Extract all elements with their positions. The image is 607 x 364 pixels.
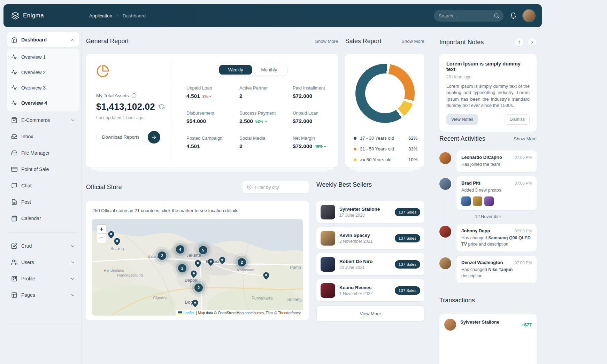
map-cluster-marker[interactable]: 4	[176, 245, 184, 254]
map-city-label: Subang	[287, 297, 301, 302]
breadcrumb-application[interactable]: Application	[89, 13, 112, 18]
map-marker-pin[interactable]	[207, 258, 215, 267]
sidebar-item-profile[interactable]: Profile	[7, 271, 79, 286]
map-marker-pin[interactable]	[219, 256, 226, 265]
sidebar-item-ecommerce[interactable]: E-Commerce	[7, 113, 79, 128]
zoom-in-button[interactable]: +	[97, 225, 106, 234]
best-sellers-list: Sylvester Stallone 17 June 2020 137 Sale…	[316, 201, 424, 305]
map-city-label: Karawang	[237, 268, 254, 272]
sidebar-item-label: Overview 3	[21, 85, 46, 91]
stat-change-badge: 52%	[255, 119, 268, 123]
sidebar-item-dashboard[interactable]: Dashboard	[7, 32, 79, 47]
note-body: Lorem Ipsum is simply dummy text of the …	[446, 83, 530, 109]
filter-by-city-box	[243, 181, 309, 193]
sidebar-item-point-of-sale[interactable]: Point of Sale	[7, 162, 79, 177]
sidebar-item-chat[interactable]: Chat	[7, 178, 79, 193]
store-map[interactable]: Serang Pandeglang Rangkasbitung Balaraja…	[92, 219, 303, 316]
map-city-label: Rangkasbitung	[117, 273, 143, 277]
sidebar-item-overview-1[interactable]: Overview 1	[7, 49, 79, 65]
breadcrumb-current: Dashboard	[123, 13, 146, 18]
sidebar-item-label: Pages	[21, 292, 35, 298]
view-more-button[interactable]: View More	[316, 305, 424, 322]
stat-change-badge: 2%	[202, 94, 213, 98]
stat-unpaid-loan-2: Unpaid Loan $72.000	[293, 110, 341, 135]
sidebar-item-calendar[interactable]: Calendar	[7, 211, 79, 226]
leaflet-link[interactable]: Leaflet	[183, 311, 194, 315]
notes-next-button[interactable]	[528, 38, 537, 47]
sidebar-item-crud[interactable]: Crud	[7, 238, 79, 254]
map-marker-pin[interactable]	[192, 299, 199, 308]
map-cluster-marker[interactable]: 2	[158, 251, 166, 260]
filter-city-input[interactable]	[255, 185, 305, 190]
info-icon[interactable]	[131, 93, 137, 98]
activities-show-more[interactable]: Show More	[514, 136, 537, 141]
activity-avatar	[439, 226, 451, 238]
period-toggle: Weekly Monthly	[218, 64, 287, 76]
map-cluster-marker[interactable]: 5	[199, 246, 207, 254]
general-report-show-more[interactable]: Show More	[315, 39, 338, 44]
stat-disbursement: Disbursement $54.000	[186, 110, 239, 135]
section-title: Important Notes	[439, 39, 484, 46]
map-marker-pin[interactable]	[114, 237, 121, 246]
sidebar-item-post[interactable]: Post	[7, 194, 79, 210]
message-icon	[11, 183, 17, 189]
sales-badge: 137 Sales	[395, 208, 420, 216]
official-store-header: Official Store	[86, 181, 309, 193]
general-report-card: My Total Assets $1,413,102.02 Last updat…	[86, 54, 338, 167]
map-cluster-marker[interactable]: 2	[178, 264, 186, 272]
activity-item: Johnny Depp 07:00 PM Has changed Samsung…	[439, 224, 537, 251]
sidebar-item-inbox[interactable]: Inbox	[7, 129, 79, 144]
inbox-icon	[11, 133, 17, 140]
sidebar-item-label: Overview 2	[21, 70, 46, 75]
stat-net-margin: Net Margin $72.000 49%	[293, 135, 341, 161]
map-city-label: Depok	[185, 278, 198, 283]
notes-prev-button[interactable]	[515, 38, 524, 47]
monthly-toggle-button[interactable]: Monthly	[252, 65, 286, 75]
sidebar-item-file-manager[interactable]: File Manager	[7, 145, 79, 161]
map-cluster-marker[interactable]: 2	[238, 258, 246, 266]
weekly-toggle-button[interactable]: Weekly	[219, 65, 252, 75]
search-icon[interactable]	[494, 13, 499, 18]
map-marker-pin[interactable]	[190, 270, 198, 279]
map-city-label: Pandeglang	[104, 268, 124, 272]
map-marker-pin[interactable]	[263, 271, 270, 280]
topbar-actions	[434, 10, 535, 22]
sidebar-item-label: Point of Sale	[21, 166, 49, 172]
sidebar-item-users[interactable]: Users	[7, 255, 79, 270]
download-reports-button[interactable]: Download Reports	[96, 131, 155, 143]
vertical-divider	[171, 60, 171, 161]
chevron-down-icon	[70, 276, 75, 281]
refresh-icon[interactable]	[159, 104, 164, 110]
download-arrow-button[interactable]	[148, 131, 160, 144]
section-title: Weekly Best Sellers	[316, 181, 372, 188]
best-sellers-header: Weekly Best Sellers	[316, 181, 424, 188]
sidebar-item-label: Inbox	[21, 134, 33, 139]
general-report-header: General Report Show More	[86, 38, 338, 45]
activity-icon	[11, 100, 17, 106]
dismiss-button[interactable]: Dismiss	[505, 114, 530, 125]
map-city-label: Purwakarta	[252, 296, 273, 301]
sidebar-item-overview-3[interactable]: Overview 3	[7, 80, 79, 95]
section-title: Sales Report	[345, 38, 382, 45]
user-avatar[interactable]	[523, 10, 535, 22]
sidebar-item-overview-4[interactable]: Overview 4	[7, 95, 79, 111]
map-cluster-marker[interactable]: 2	[194, 284, 203, 292]
sales-report-show-more[interactable]: Show More	[401, 39, 424, 44]
notifications-bell-icon[interactable]	[510, 12, 517, 19]
attribution-text: | Map data © OpenStreetMap contributors,…	[196, 311, 301, 315]
brand-logo[interactable]: Enigma	[11, 11, 44, 20]
store-description: 250 Official stores in 21 countries, cli…	[92, 208, 239, 213]
sidebar-item-overview-2[interactable]: Overview 2	[7, 65, 79, 80]
important-notes-header: Important Notes	[439, 38, 537, 47]
edit-icon	[11, 243, 17, 249]
view-notes-button[interactable]: View Notes	[446, 114, 478, 125]
sales-legend: 17 - 30 Years old 62% 31 - 50 Years old …	[354, 133, 417, 165]
chevron-down-icon	[70, 118, 75, 123]
users-icon	[11, 259, 17, 265]
file-text-icon	[11, 199, 17, 205]
seller-list-item: Keanu Reeves 1 November 2022 137 Sales	[316, 279, 424, 301]
sidebar-item-pages[interactable]: Pages	[7, 287, 79, 303]
search-input[interactable]	[439, 13, 494, 18]
map-marker-pin[interactable]	[194, 259, 202, 268]
zoom-out-button[interactable]: −	[97, 234, 106, 243]
